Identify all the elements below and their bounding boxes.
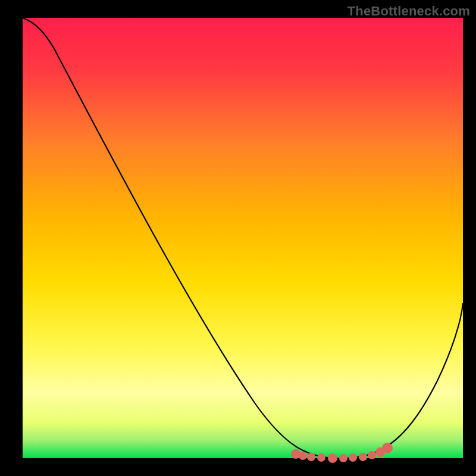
chart-frame: TheBottleneck.com [0, 0, 476, 476]
bead [328, 453, 337, 463]
gradient-background [23, 18, 463, 458]
bead [349, 453, 357, 462]
bead [359, 453, 367, 461]
bead [368, 451, 376, 459]
bead [317, 453, 325, 462]
bead [382, 443, 393, 453]
bead [299, 452, 307, 460]
chart-svg [0, 0, 476, 476]
watermark-text: TheBottleneck.com [347, 4, 470, 19]
bead [307, 453, 315, 461]
plot-area [23, 18, 463, 458]
bead [339, 454, 347, 462]
